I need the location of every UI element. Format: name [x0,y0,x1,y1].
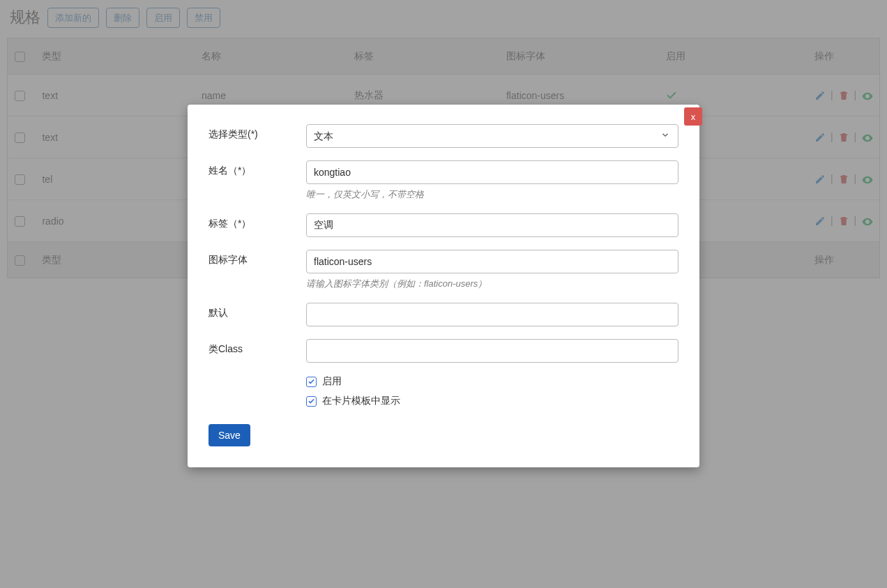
tag-label: 标签（*） [209,213,306,230]
iconfont-label: 图标字体 [209,250,306,266]
select-type-input[interactable]: 文本 [306,124,678,148]
edit-modal: x 选择类型(*) 文本 姓名（*） 唯一，仅英文小写，不带空格 标签（*） [188,105,699,467]
enable-checkbox[interactable] [306,377,317,387]
name-input[interactable] [306,160,678,184]
iconfont-input[interactable] [306,250,678,273]
save-button[interactable]: Save [209,424,250,446]
default-label: 默认 [209,303,306,319]
name-hint: 唯一，仅英文小写，不带空格 [306,188,678,201]
tag-input[interactable] [306,213,678,237]
select-type-label: 选择类型(*) [209,124,306,141]
close-button[interactable]: x [684,107,702,126]
enable-checkbox-label: 启用 [322,375,342,388]
class-label: 类Class [209,339,306,356]
default-input[interactable] [306,303,678,326]
show-in-card-checkbox[interactable] [306,396,317,407]
name-label: 姓名（*） [209,160,306,177]
show-in-card-label: 在卡片模板中显示 [322,395,400,407]
class-input[interactable] [306,339,678,363]
iconfont-hint: 请输入图标字体类别（例如：flaticon-users） [306,278,678,290]
close-icon: x [691,112,696,122]
